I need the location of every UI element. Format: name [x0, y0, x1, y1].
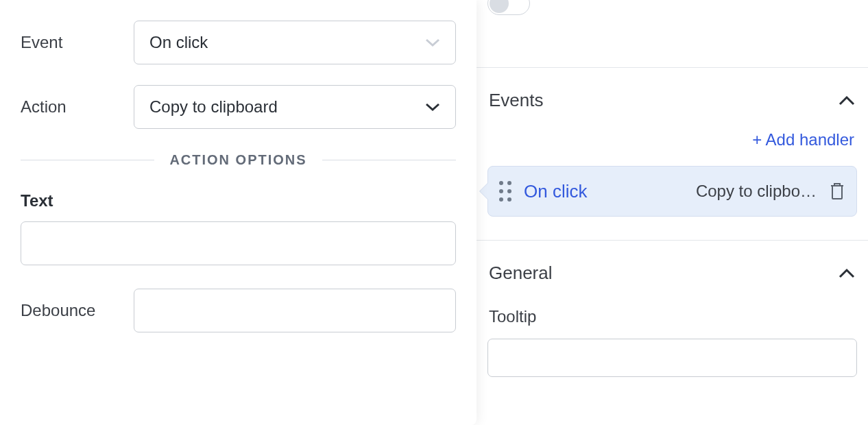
events-header[interactable]: Events [487, 68, 857, 121]
divider-line [21, 160, 154, 160]
handler-card[interactable]: On click Copy to clipbo… [487, 166, 857, 217]
text-label: Text [21, 191, 456, 210]
text-input[interactable] [21, 221, 456, 265]
chevron-up-icon [838, 268, 856, 279]
action-select[interactable]: Copy to clipboard [134, 85, 456, 129]
add-handler-row: + Add handler [487, 121, 857, 166]
event-select-value: On click [149, 33, 208, 52]
general-header[interactable]: General [487, 241, 857, 293]
chevron-up-icon [838, 95, 856, 106]
action-options-divider: ACTION OPTIONS [21, 152, 456, 168]
event-select[interactable]: On click [134, 21, 456, 64]
action-options-title: ACTION OPTIONS [154, 152, 322, 168]
divider-line [322, 160, 456, 160]
action-select-value: Copy to clipboard [149, 97, 278, 117]
toggle-row [477, 0, 868, 67]
trash-icon[interactable] [829, 182, 845, 201]
add-handler-button[interactable]: + Add handler [752, 130, 854, 149]
event-handler-editor: Event On click Action Copy to clipboard … [0, 0, 477, 425]
general-section: General Tooltip [477, 241, 868, 377]
debounce-row: Debounce [21, 289, 456, 332]
tooltip-label: Tooltip [487, 293, 857, 339]
tooltip-input[interactable] [487, 339, 857, 377]
inspector-panel: Events + Add handler On click Copy to cl… [477, 0, 868, 425]
handler-event-label: On click [524, 181, 587, 202]
action-label: Action [21, 97, 134, 117]
text-row: Text [21, 191, 456, 265]
debounce-input[interactable] [134, 289, 456, 332]
drag-handle-icon[interactable] [499, 181, 511, 202]
toggle-switch[interactable] [487, 0, 530, 15]
svg-rect-0 [832, 186, 842, 199]
toggle-knob [490, 0, 509, 13]
action-row: Action Copy to clipboard [21, 85, 456, 129]
event-row: Event On click [21, 21, 456, 64]
general-title: General [489, 263, 553, 284]
handler-action-label: Copy to clipbo… [696, 182, 817, 201]
chevron-down-icon [425, 38, 440, 47]
events-section: Events + Add handler On click Copy to cl… [477, 68, 868, 217]
chevron-down-icon [425, 102, 440, 112]
debounce-label: Debounce [21, 301, 134, 320]
event-label: Event [21, 33, 134, 52]
events-title: Events [489, 90, 544, 111]
